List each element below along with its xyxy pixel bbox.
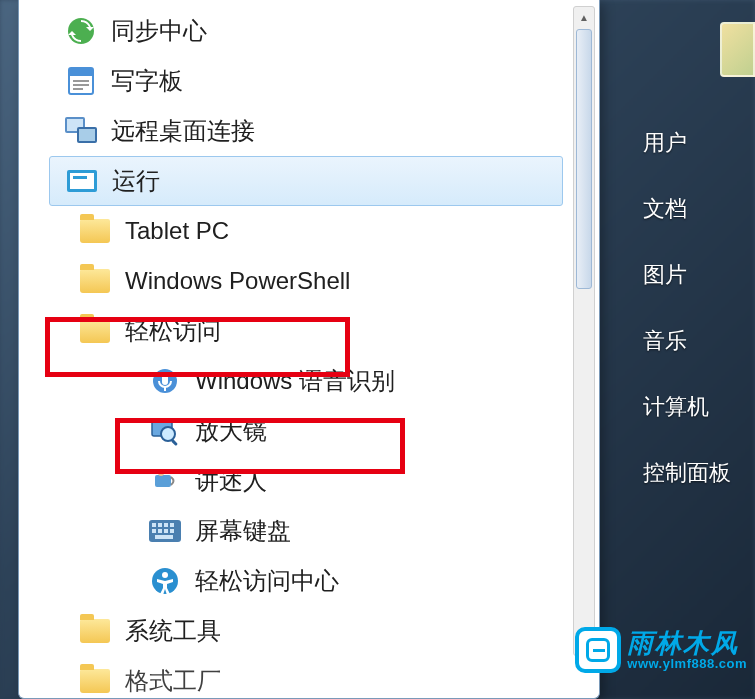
ease-access-icon	[149, 565, 181, 597]
svg-rect-27	[158, 529, 162, 533]
svg-point-17	[161, 427, 175, 441]
folder-icon	[79, 615, 111, 647]
menu-item-label: 轻松访问中心	[195, 565, 339, 597]
svg-rect-12	[73, 176, 87, 179]
svg-rect-3	[73, 80, 89, 82]
svg-rect-5	[73, 88, 83, 90]
menu-item-label: 写字板	[111, 65, 183, 97]
svg-rect-29	[170, 529, 174, 533]
right-panel-user[interactable]: 用户	[625, 110, 755, 176]
menu-item-powershell[interactable]: Windows PowerShell	[19, 256, 569, 306]
svg-rect-4	[73, 84, 89, 86]
folder-icon	[79, 665, 111, 697]
user-avatar[interactable]	[720, 22, 755, 77]
menu-item-label: 放大镜	[195, 415, 267, 447]
svg-rect-28	[164, 529, 168, 533]
svg-rect-24	[164, 523, 168, 527]
menu-item-label: Windows PowerShell	[125, 267, 350, 295]
menu-item-magnifier[interactable]: 放大镜	[19, 406, 569, 456]
menu-item-tablet-pc[interactable]: Tablet PC	[19, 206, 569, 256]
menu-item-run[interactable]: 运行	[49, 156, 563, 206]
scroll-up-button[interactable]: ▲	[574, 7, 594, 27]
svg-point-20	[158, 470, 164, 476]
menu-item-format-factory[interactable]: 格式工厂	[19, 656, 569, 699]
svg-rect-30	[155, 535, 173, 539]
menu-item-onscreen-keyboard[interactable]: 屏幕键盘	[19, 506, 569, 556]
watermark: 雨林木风 www.ylmf888.com	[575, 627, 747, 673]
menu-item-label: 远程桌面连接	[111, 115, 255, 147]
start-menu-panel: 同步中心 写字板 远程桌面连接 运行	[18, 0, 600, 699]
watermark-title: 雨林木风	[627, 630, 747, 656]
menu-item-sync-center[interactable]: 同步中心	[19, 6, 569, 56]
keyboard-icon	[149, 515, 181, 547]
menu-item-ease-of-access[interactable]: 轻松访问	[19, 306, 569, 356]
menu-item-label: 轻松访问	[125, 315, 221, 347]
menu-item-label: 讲述人	[195, 465, 267, 497]
start-menu-right-panel: 用户 文档 图片 音乐 计算机 控制面板	[625, 110, 755, 506]
menu-item-label: Tablet PC	[125, 217, 229, 245]
menu-item-label: 同步中心	[111, 15, 207, 47]
svg-rect-9	[79, 129, 95, 141]
svg-rect-26	[152, 529, 156, 533]
right-panel-documents[interactable]: 文档	[625, 176, 755, 242]
svg-point-32	[162, 572, 168, 578]
menu-item-remote-desktop[interactable]: 远程桌面连接	[19, 106, 569, 156]
menu-item-speech-recognition[interactable]: Windows 语音识别	[19, 356, 569, 406]
wordpad-icon	[65, 65, 97, 97]
speech-icon	[149, 365, 181, 397]
svg-rect-15	[164, 387, 166, 391]
menu-item-label: 格式工厂	[125, 665, 221, 697]
menu-item-label: 运行	[112, 165, 160, 197]
right-panel-computer[interactable]: 计算机	[625, 374, 755, 440]
svg-rect-22	[152, 523, 156, 527]
sync-icon	[65, 15, 97, 47]
svg-rect-19	[155, 475, 171, 487]
menu-item-label: Windows 语音识别	[195, 365, 395, 397]
watermark-logo-icon	[575, 627, 621, 673]
svg-rect-14	[162, 373, 168, 385]
magnifier-icon	[149, 415, 181, 447]
right-panel-pictures[interactable]: 图片	[625, 242, 755, 308]
menu-item-system-tools[interactable]: 系统工具	[19, 606, 569, 656]
svg-rect-25	[170, 523, 174, 527]
svg-rect-11	[70, 173, 94, 189]
folder-icon	[79, 265, 111, 297]
menu-item-label: 屏幕键盘	[195, 515, 291, 547]
menu-item-ease-center[interactable]: 轻松访问中心	[19, 556, 569, 606]
program-list: 同步中心 写字板 远程桌面连接 运行	[19, 0, 569, 699]
remote-desktop-icon	[65, 115, 97, 147]
watermark-url: www.ylmf888.com	[627, 656, 747, 671]
scroll-thumb[interactable]	[576, 29, 592, 289]
right-panel-music[interactable]: 音乐	[625, 308, 755, 374]
menu-item-wordpad[interactable]: 写字板	[19, 56, 569, 106]
run-icon	[66, 165, 98, 197]
folder-icon	[79, 315, 111, 347]
narrator-icon	[149, 465, 181, 497]
menu-item-narrator[interactable]: 讲述人	[19, 456, 569, 506]
scrollbar[interactable]: ▲ ▼	[573, 6, 595, 656]
svg-rect-23	[158, 523, 162, 527]
folder-icon	[79, 215, 111, 247]
svg-rect-2	[69, 68, 93, 76]
right-panel-control-panel[interactable]: 控制面板	[625, 440, 755, 506]
menu-item-label: 系统工具	[125, 615, 221, 647]
